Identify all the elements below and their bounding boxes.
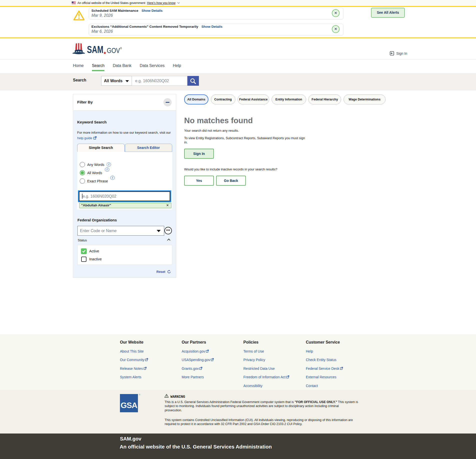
svg-text:SAM: SAM <box>87 44 103 55</box>
svg-text:®: ® <box>120 47 122 50</box>
svg-text:GOV: GOV <box>107 46 120 54</box>
